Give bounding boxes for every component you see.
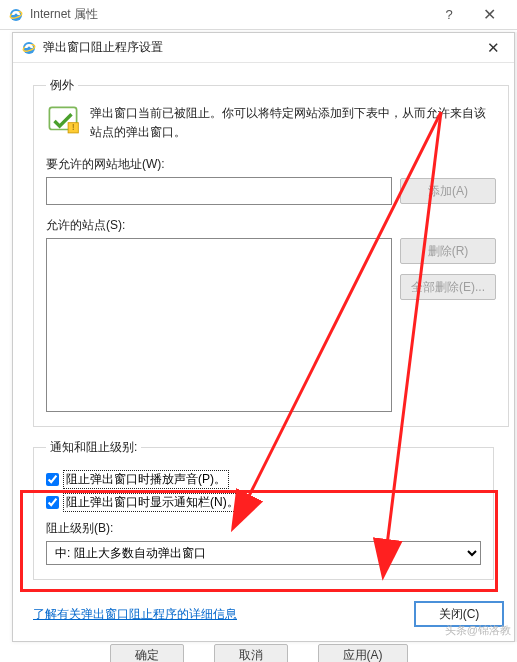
svg-text:!: ! [72,122,74,132]
remove-all-button[interactable]: 全部删除(E)... [400,274,496,300]
ie-icon [8,7,24,23]
add-button[interactable]: 添加(A) [400,178,496,204]
allowed-sites-label: 允许的站点(S): [46,217,496,234]
exceptions-legend: 例外 [46,77,78,94]
remove-button[interactable]: 删除(R) [400,238,496,264]
address-input[interactable] [46,177,392,205]
dialog-header: 弹出窗口阻止程序设置 ✕ [13,33,514,63]
block-level-label: 阻止级别(B): [46,520,481,537]
notify-bar-checkbox[interactable] [46,496,59,509]
parent-cancel-button[interactable]: 取消 [214,644,288,662]
sound-checkbox-label: 阻止弹出窗口时播放声音(P)。 [63,470,229,489]
allowed-sites-listbox[interactable] [46,238,392,412]
address-label: 要允许的网站地址(W): [46,156,496,173]
exceptions-fieldset: 例外 ! 弹出窗口当前已被阻止。你可以将特定网站添加到下表中，从而允许来自该站点… [33,77,509,427]
help-button[interactable]: ? [429,7,469,22]
ie-icon [21,40,37,56]
sound-checkbox[interactable] [46,473,59,486]
parent-apply-button[interactable]: 应用(A) [318,644,408,662]
window-close-button[interactable]: ✕ [469,5,509,24]
dialog-footer: 了解有关弹出窗口阻止程序的详细信息 关闭(C) [33,601,504,627]
parent-window-title: Internet 属性 [30,6,429,23]
dialog-title: 弹出窗口阻止程序设置 [43,39,481,56]
block-level-select[interactable]: 中: 阻止大多数自动弹出窗口 [46,541,481,565]
shield-icon: ! [46,104,80,138]
notify-legend: 通知和阻止级别: [46,439,141,456]
intro-text: 弹出窗口当前已被阻止。你可以将特定网站添加到下表中，从而允许来自该站点的弹出窗口… [90,104,496,142]
watermark: 头条@锦洛教 [445,623,511,638]
notify-bar-checkbox-label: 阻止弹出窗口时显示通知栏(N)。 [63,493,242,512]
parent-window-titlebar: Internet 属性 ? ✕ [0,0,517,30]
notify-fieldset: 通知和阻止级别: 阻止弹出窗口时播放声音(P)。 阻止弹出窗口时显示通知栏(N)… [33,439,494,580]
dialog-close-button[interactable]: ✕ [481,37,506,59]
parent-ok-button[interactable]: 确定 [110,644,184,662]
learn-more-link[interactable]: 了解有关弹出窗口阻止程序的详细信息 [33,606,237,623]
popup-blocker-settings-dialog: 弹出窗口阻止程序设置 ✕ 例外 ! 弹出窗口当前已被阻止。你可以将特定网站添加到… [12,32,515,642]
parent-dialog-buttons: 确定 取消 应用(A) [0,644,517,662]
